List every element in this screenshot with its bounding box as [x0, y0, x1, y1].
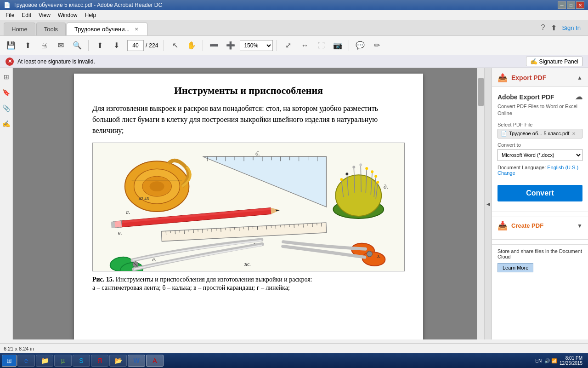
language-change-link[interactable]: Change: [498, 170, 515, 176]
tab-bar: Home Tools Трудовое обучени... ✕ ? ⬆ Sig…: [0, 20, 588, 36]
help-icon[interactable]: ?: [541, 23, 545, 32]
search-button[interactable]: 🔍: [70, 38, 85, 53]
fit-width-button[interactable]: ↔: [297, 38, 312, 53]
flat-ruler: [161, 223, 327, 242]
zoom-in-button[interactable]: ➕: [223, 38, 238, 53]
page-number-input[interactable]: [127, 40, 144, 51]
email-button[interactable]: ✉: [53, 38, 68, 53]
tab-tools[interactable]: Tools: [36, 23, 66, 35]
taskbar-ie-icon[interactable]: e: [17, 355, 35, 367]
panel-collapse-arrow[interactable]: ◀: [484, 68, 492, 339]
prev-page-button[interactable]: ⬆: [92, 38, 107, 53]
menu-window[interactable]: Window: [54, 11, 81, 19]
select-tool[interactable]: ↖: [168, 38, 182, 53]
language-label: Document Language:: [498, 165, 546, 170]
take-snapshot-button[interactable]: 📷: [330, 38, 345, 53]
next-page-button[interactable]: ⬇: [109, 38, 124, 53]
taskbar-folder-icon[interactable]: 📁: [36, 355, 53, 367]
start-button[interactable]: ⊞: [2, 355, 17, 367]
menu-edit[interactable]: Edit: [18, 11, 35, 19]
menu-help[interactable]: Help: [81, 11, 100, 19]
taskbar-acrobat-icon[interactable]: A: [146, 355, 164, 367]
upload-button[interactable]: ⬆: [20, 38, 35, 53]
taskbar-utorrent-icon[interactable]: µ: [54, 355, 72, 367]
create-pdf-row: 📥 Create PDF ▼: [492, 217, 588, 235]
menu-bar: File Edit View Window Help: [0, 10, 588, 20]
zoom-out-button[interactable]: ➖: [207, 38, 221, 53]
svg-point-33: [374, 175, 377, 178]
convert-format-select[interactable]: Microsoft Word (*.docx) Microsoft Excel …: [498, 149, 582, 161]
tab-document[interactable]: Трудовое обучени... ✕: [67, 23, 147, 35]
select-pdf-label: Select PDF File: [498, 122, 582, 127]
cloud-text: Store and share files in the Document Cl…: [498, 248, 582, 259]
learn-more-button[interactable]: Learn More: [498, 263, 533, 272]
separator-4: [277, 40, 277, 51]
toolbar: 💾 ⬆ 🖨 ✉ 🔍 ⬆ ⬇ / 224 ↖ ✋ ➖ ➕ 150% 100% 12…: [0, 36, 588, 55]
signin-link[interactable]: Sign In: [562, 24, 581, 31]
file-tag-icon: 📄: [501, 131, 507, 137]
pdf-caption-bold: Рис. 15.: [92, 276, 114, 283]
taskbar-skype-icon[interactable]: S: [73, 355, 90, 367]
page-navigation: / 224: [127, 40, 158, 51]
markup-button[interactable]: ✏: [369, 38, 384, 53]
close-button[interactable]: ✕: [576, 1, 584, 9]
tab-tools-label: Tools: [44, 26, 58, 33]
app-icon: 📄: [4, 2, 11, 8]
panel-subtitle: Convert PDF Files to Word or Excel Onlin…: [498, 103, 582, 117]
taskbar-date: 12/25/2015: [560, 361, 582, 366]
skype-icon: S: [79, 357, 83, 364]
main-area: ⊞ 🔖 📎 ✍ Инструменты и приспособления Для…: [0, 68, 588, 339]
pdf-illustration: 42 43 а.: [92, 143, 405, 271]
utorrent-icon: µ: [61, 357, 65, 364]
comment-button[interactable]: 💬: [353, 38, 368, 53]
ruler-triangle: [203, 156, 326, 207]
convert-to-label: Convert to: [498, 142, 582, 148]
panel-divider: [492, 212, 588, 212]
svg-point-29: [365, 167, 368, 170]
convert-button[interactable]: Convert: [498, 185, 582, 201]
pencil: [111, 207, 280, 228]
signature-warning-bar: ✕ At least one signature is invalid. ✍ S…: [0, 55, 588, 68]
sig-warning-text: At least one signature is invalid.: [17, 58, 95, 65]
share-icon[interactable]: ⬆: [551, 23, 557, 32]
language-value[interactable]: English (U.S.): [547, 165, 578, 170]
pdf-page-title: Инструменты и приспособления: [92, 85, 405, 97]
system-icons: 🔊 📶: [544, 358, 557, 363]
svg-point-25: [352, 166, 355, 168]
sidebar-bookmark-icon[interactable]: 🔖: [1, 87, 11, 98]
hand-tool[interactable]: ✋: [184, 38, 199, 53]
taskbar-yandex-icon[interactable]: Я: [91, 355, 108, 367]
panel-chevron-up-icon[interactable]: ▲: [577, 75, 582, 81]
scroll-thumb[interactable]: [478, 78, 484, 106]
tab-document-close[interactable]: ✕: [133, 26, 140, 33]
tab-home[interactable]: Home: [4, 23, 35, 35]
create-pdf-title: 📥 Create PDF: [498, 221, 543, 231]
label-b: б.: [255, 150, 260, 157]
panel-content: Adobe Export PDF ☁ Convert PDF Files to …: [492, 87, 588, 207]
taskbar-clock[interactable]: 8:01 PM 12/25/2015: [560, 356, 582, 366]
svg-rect-43: [111, 221, 115, 228]
taskbar-word-icon[interactable]: W: [128, 355, 145, 367]
sidebar-signature-icon[interactable]: ✍: [1, 119, 11, 129]
zoom-select[interactable]: 150% 100% 125% 200%: [240, 40, 273, 51]
menu-view[interactable]: View: [35, 11, 54, 19]
print-button[interactable]: 🖨: [37, 38, 51, 53]
windows-taskbar: ⊞ e 📁 µ S Я 📂 W A EN 🔊 📶 8:01 PM 12/25/2…: [0, 353, 588, 368]
svg-point-31: [371, 170, 373, 173]
full-screen-button[interactable]: ⛶: [314, 38, 328, 53]
signature-panel-button[interactable]: ✍ Signature Panel: [526, 57, 582, 66]
svg-point-3: [150, 181, 164, 191]
pdf-scrollbar[interactable]: [477, 68, 484, 339]
menu-file[interactable]: File: [2, 11, 18, 19]
fit-page-button[interactable]: ⤢: [281, 38, 295, 53]
sidebar-attachment-icon[interactable]: 📎: [1, 103, 11, 113]
save-button[interactable]: 💾: [4, 38, 18, 53]
adobe-export-title: Adobe Export PDF ☁: [498, 92, 582, 101]
taskbar-explorer-icon[interactable]: 📂: [109, 355, 127, 367]
sidebar-page-thumb-icon[interactable]: ⊞: [1, 72, 11, 82]
title-bar-left: 📄 Трудовое обучение 5 класс.pdf - Adobe …: [4, 2, 162, 8]
create-pdf-chevron-icon[interactable]: ▼: [577, 223, 582, 229]
minimize-button[interactable]: ─: [558, 1, 566, 9]
file-tag-remove[interactable]: ✕: [572, 131, 576, 136]
maximize-button[interactable]: □: [567, 1, 575, 9]
